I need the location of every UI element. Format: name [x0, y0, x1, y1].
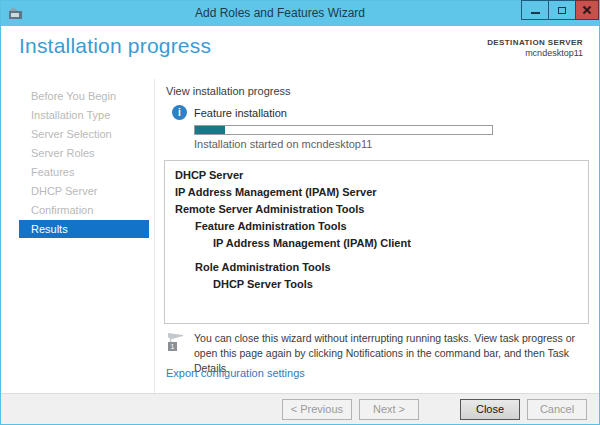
- sidebar-item-dhcp-server: DHCP Server: [19, 182, 149, 200]
- sidebar-item-server-selection: Server Selection: [19, 125, 149, 143]
- feature-item: DHCP Server: [175, 167, 580, 183]
- feature-item: Remote Server Administration Tools: [175, 201, 580, 217]
- sidebar-item-before-you-begin: Before You Begin: [19, 87, 149, 105]
- task-title: Feature installation: [194, 107, 287, 119]
- wizard-steps-sidebar: Before You Begin Installation Type Serve…: [1, 79, 155, 393]
- next-button: Next >: [359, 399, 419, 420]
- window-controls: [522, 0, 599, 20]
- wizard-content: View installation progress i Feature ins…: [164, 79, 589, 393]
- progress-bar: [194, 125, 493, 135]
- feature-item: Feature Administration Tools: [175, 218, 580, 234]
- installed-features-list: DHCP Server IP Address Management (IPAM)…: [164, 160, 589, 324]
- info-icon: i: [172, 105, 187, 120]
- minimize-icon: [531, 12, 540, 14]
- section-label: View installation progress: [166, 85, 291, 97]
- titlebar: Add Roles and Features Wizard: [1, 1, 599, 26]
- window-title: Add Roles and Features Wizard: [61, 6, 499, 20]
- maximize-button[interactable]: [548, 0, 576, 20]
- server-manager-icon: [8, 6, 23, 20]
- wizard-header: Installation progress DESTINATION SERVER…: [1, 26, 599, 79]
- wizard-window: Add Roles and Features Wizard Installati…: [0, 0, 600, 425]
- feature-item: IP Address Management (IPAM) Client: [175, 235, 580, 251]
- page-title: Installation progress: [19, 34, 211, 58]
- maximize-icon: [558, 7, 566, 14]
- wizard-footer: < Previous Next > Close Cancel: [1, 393, 599, 424]
- close-icon: [582, 5, 592, 15]
- progress-fill: [195, 126, 225, 134]
- sidebar-item-results[interactable]: Results: [19, 220, 149, 238]
- task-status: Installation started on mcndesktop11: [194, 138, 372, 150]
- feature-item: Role Administration Tools: [175, 259, 580, 275]
- destination-server-block: DESTINATION SERVER mcndesktop11: [487, 38, 583, 58]
- minimize-button[interactable]: [521, 0, 549, 20]
- feature-item: IP Address Management (IPAM) Server: [175, 184, 580, 200]
- destination-server-name: mcndesktop11: [487, 48, 583, 58]
- notification-count-badge: 1: [168, 342, 177, 351]
- cancel-button: Cancel: [527, 399, 587, 420]
- destination-server-label: DESTINATION SERVER: [487, 38, 583, 47]
- sidebar-item-features: Features: [19, 163, 149, 181]
- export-configuration-link[interactable]: Export configuration settings: [166, 367, 305, 379]
- previous-button: < Previous: [282, 399, 352, 420]
- feature-item: DHCP Server Tools: [175, 276, 580, 292]
- sidebar-item-installation-type: Installation Type: [19, 106, 149, 124]
- sidebar-item-server-roles: Server Roles: [19, 144, 149, 162]
- close-button[interactable]: Close: [460, 399, 520, 420]
- notification-flag-icon: 1: [168, 333, 186, 350]
- close-window-button[interactable]: [575, 0, 599, 20]
- sidebar-item-confirmation: Confirmation: [19, 201, 149, 219]
